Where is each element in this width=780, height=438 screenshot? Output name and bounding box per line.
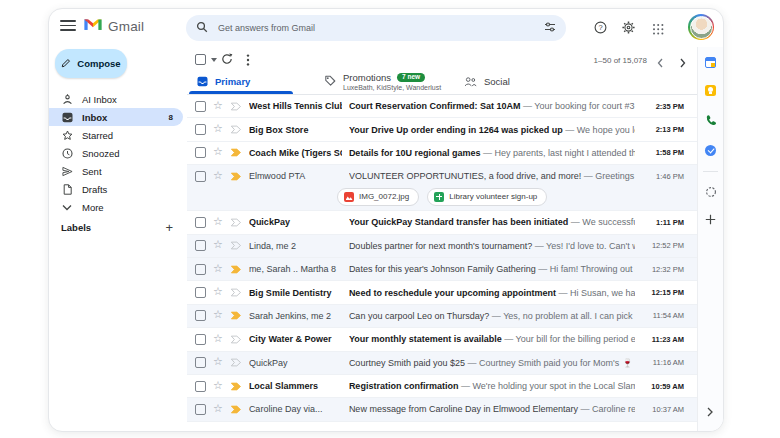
email-row[interactable]: ☆ West Hills Tennis Club Court Reservati…	[187, 95, 697, 118]
sidebar-item-snoozed[interactable]: Snoozed	[49, 144, 183, 162]
email-row[interactable]: ☆ QuickPay Your QuickPay Standard transf…	[187, 211, 697, 234]
row-checkbox[interactable]	[195, 287, 206, 298]
email-subject-snippet: Your Drive Up order ending in 1264 was p…	[349, 125, 635, 135]
side-panel-rail	[697, 47, 723, 431]
email-row[interactable]: ☆ Big Smile Dentistry Need to reschedule…	[187, 281, 697, 304]
star-toggle-icon[interactable]: ☆	[213, 170, 223, 181]
get-addons-plus-icon[interactable]	[704, 213, 717, 226]
email-row-main: ☆ City Water & Power Your monthly statem…	[187, 328, 697, 350]
compose-button[interactable]: Compose	[55, 49, 127, 78]
calendar-icon[interactable]	[704, 56, 717, 69]
email-subject-snippet: Your monthly statement is available — Yo…	[349, 334, 635, 344]
importance-icon[interactable]	[230, 287, 242, 298]
row-checkbox[interactable]	[195, 101, 206, 112]
email-row-main: ☆ me, Sarah .. Martha 8 Dates for this y…	[187, 258, 697, 280]
row-checkbox[interactable]	[195, 404, 206, 415]
email-row[interactable]: ☆ QuickPay Courtney Smith paid you $25 —…	[187, 352, 697, 375]
importance-icon[interactable]	[230, 404, 242, 415]
email-row-main: ☆ Big Box Store Your Drive Up order endi…	[187, 118, 697, 140]
phone-voice-icon[interactable]	[704, 113, 717, 126]
sidebar-item-sent[interactable]: Sent	[49, 162, 183, 180]
hide-side-panel-icon[interactable]	[706, 403, 714, 421]
hamburger-menu-icon[interactable]	[60, 20, 76, 32]
image-attachment-icon	[344, 192, 354, 202]
more-options-icon[interactable]	[246, 52, 250, 70]
importance-icon[interactable]	[230, 147, 242, 158]
email-row[interactable]: ☆ Local Slammers Registration confirmati…	[187, 375, 697, 398]
sidebar-item-more[interactable]: More	[49, 198, 183, 216]
email-snippet: — We hope you love it! You have...	[565, 125, 635, 135]
select-all-checkbox[interactable]	[195, 54, 206, 65]
star-toggle-icon[interactable]: ☆	[213, 146, 223, 157]
row-checkbox[interactable]	[195, 381, 206, 392]
row-checkbox[interactable]	[195, 357, 206, 368]
importance-icon[interactable]	[230, 240, 242, 251]
star-toggle-icon[interactable]: ☆	[213, 403, 223, 414]
settings-gear-icon[interactable]	[621, 20, 635, 34]
row-checkbox[interactable]	[195, 240, 206, 251]
email-row[interactable]: ☆ City Water & Power Your monthly statem…	[187, 328, 697, 351]
email-subject: Your Drive Up order ending in 1264 was p…	[349, 125, 563, 135]
importance-icon[interactable]	[230, 334, 242, 345]
sidebar-item-label: Starred	[82, 130, 113, 141]
search-options-icon[interactable]	[544, 19, 556, 37]
tab-social[interactable]: Social	[464, 69, 510, 94]
sidebar-item-starred[interactable]: Starred	[49, 126, 183, 144]
keep-notes-icon[interactable]	[704, 84, 717, 97]
importance-icon[interactable]	[230, 171, 242, 182]
email-row[interactable]: ☆ Sarah Jenkins, me 2 Can you carpool Le…	[187, 305, 697, 328]
attachment-chip[interactable]: IMG_0072.jpg	[337, 188, 419, 206]
search-icon[interactable]	[196, 19, 208, 37]
email-snippet: — Your bill for the billing period endin…	[504, 334, 635, 344]
star-toggle-icon[interactable]: ☆	[213, 100, 223, 111]
tab-promotions[interactable]: Promotions 7 new LuxeBath, KidStyle, Wan…	[324, 69, 441, 94]
star-toggle-icon[interactable]: ☆	[213, 216, 223, 227]
row-checkbox[interactable]	[195, 264, 206, 275]
search-bar[interactable]	[186, 15, 566, 41]
email-row[interactable]: ☆ Caroline Day via... New message from C…	[187, 398, 697, 421]
labels-title: Labels	[61, 222, 91, 233]
row-checkbox[interactable]	[195, 147, 206, 158]
star-toggle-icon[interactable]: ☆	[213, 263, 223, 274]
sheets-attachment-icon	[434, 192, 444, 202]
help-icon[interactable]: ?	[593, 20, 607, 34]
search-input[interactable]	[216, 22, 536, 34]
star-toggle-icon[interactable]: ☆	[213, 333, 223, 344]
row-checkbox[interactable]	[195, 171, 206, 182]
email-row[interactable]: ☆ Linda, me 2 Doubles partner for next m…	[187, 235, 697, 258]
email-row[interactable]: ☆ Coach Mike (Tigers SC) Details for 10U…	[187, 142, 697, 165]
star-toggle-icon[interactable]: ☆	[213, 356, 223, 367]
attachment-chip[interactable]: Library volunteer sign-up	[427, 188, 547, 206]
row-checkbox[interactable]	[195, 334, 206, 345]
row-checkbox[interactable]	[195, 124, 206, 135]
select-dropdown-icon[interactable]	[211, 58, 217, 62]
apps-grid-icon[interactable]	[651, 22, 665, 36]
row-checkbox[interactable]	[195, 217, 206, 228]
sidebar-item-ai-inbox[interactable]: AI Inbox	[49, 90, 183, 108]
email-row[interactable]: ☆ Elmwood PTA VOLUNTEER OPPORTUNUTIES, a…	[187, 165, 697, 211]
star-toggle-icon[interactable]: ☆	[213, 239, 223, 250]
row-checkbox[interactable]	[195, 310, 206, 321]
star-toggle-icon[interactable]: ☆	[213, 309, 223, 320]
email-sender: West Hills Tennis Club	[249, 101, 342, 111]
importance-icon[interactable]	[230, 217, 242, 228]
importance-icon[interactable]	[230, 101, 242, 112]
importance-icon[interactable]	[230, 264, 242, 275]
sidebar-item-inbox[interactable]: Inbox 8	[49, 108, 183, 126]
tasks-icon[interactable]	[704, 144, 717, 157]
importance-icon[interactable]	[230, 310, 242, 321]
star-toggle-icon[interactable]: ☆	[213, 380, 223, 391]
account-avatar[interactable]	[688, 14, 714, 40]
email-subject: VOLUNTEER OPPORTUNUTIES, a food drive, a…	[349, 171, 581, 181]
email-row[interactable]: ☆ me, Sarah .. Martha 8 Dates for this y…	[187, 258, 697, 281]
importance-icon[interactable]	[230, 381, 242, 392]
email-row[interactable]: ☆ Big Box Store Your Drive Up order endi…	[187, 118, 697, 141]
star-toggle-icon[interactable]: ☆	[213, 286, 223, 297]
addon-seal-icon[interactable]	[704, 185, 717, 198]
star-toggle-icon[interactable]: ☆	[213, 123, 223, 134]
add-label-icon[interactable]: +	[165, 221, 173, 234]
sidebar-item-drafts[interactable]: Drafts	[49, 180, 183, 198]
importance-icon[interactable]	[230, 357, 242, 368]
importance-icon[interactable]	[230, 124, 242, 135]
refresh-icon[interactable]	[221, 51, 233, 69]
